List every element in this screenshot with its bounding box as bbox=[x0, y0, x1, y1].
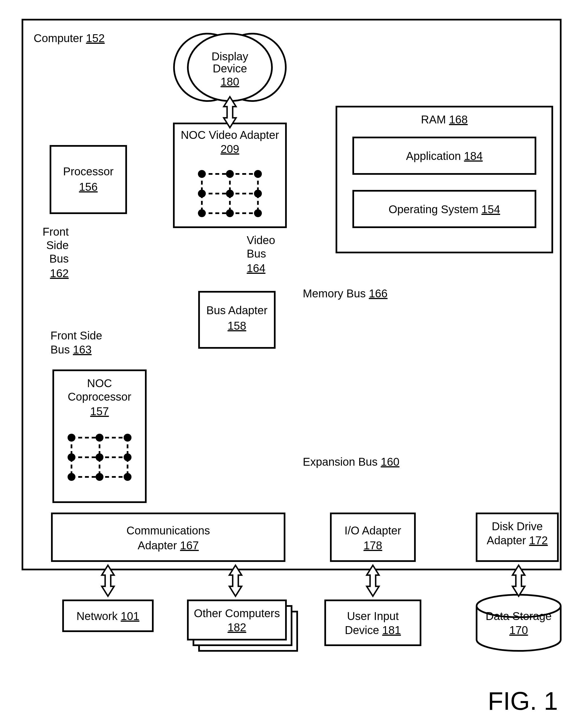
processor bbox=[51, 146, 126, 213]
other-computers bbox=[188, 600, 286, 640]
svg-text:Adapter 172: Adapter 172 bbox=[487, 534, 548, 546]
fsb-ref: 162 bbox=[50, 267, 69, 280]
vbus-l1: Video bbox=[247, 234, 275, 246]
disk-adapter-l2: Adapter bbox=[487, 534, 526, 546]
io-adapter-ref: 178 bbox=[364, 539, 382, 551]
os-ref: 154 bbox=[481, 203, 500, 215]
display-label-2: Device bbox=[213, 62, 247, 75]
computer-ref: 152 bbox=[86, 32, 105, 44]
disk-adapter-l1: Disk Drive bbox=[492, 520, 543, 532]
svg-text:RAM 168: RAM 168 bbox=[421, 113, 468, 126]
comm-adapter-ref: 167 bbox=[180, 539, 199, 551]
ram-box bbox=[336, 107, 552, 253]
disk-adapter-ref: 172 bbox=[529, 534, 548, 546]
user-input-l1: User Input bbox=[347, 610, 399, 622]
fsb2-ref: 163 bbox=[73, 343, 92, 356]
svg-text:Network 101: Network 101 bbox=[77, 610, 140, 622]
application-ref: 184 bbox=[464, 150, 483, 162]
svg-text:Application  184: Application 184 bbox=[406, 150, 483, 162]
fsb-l3: Bus bbox=[49, 253, 69, 265]
fsb2-l2: Bus bbox=[51, 343, 70, 356]
svg-text:Operating System  154: Operating System 154 bbox=[389, 203, 500, 215]
membus-label: Memory Bus bbox=[303, 287, 366, 300]
svg-text:Device  181: Device 181 bbox=[345, 624, 401, 636]
vbus-ref: 164 bbox=[247, 262, 266, 275]
other-comp-label: Other Computers bbox=[194, 607, 280, 619]
data-storage-label: Data Storage bbox=[486, 610, 552, 622]
vbus-l2: Bus bbox=[247, 248, 266, 260]
noc-coproc-ref: 157 bbox=[90, 405, 109, 417]
user-input-l2: Device bbox=[345, 624, 379, 636]
expbus-label: Expansion Bus bbox=[303, 456, 378, 468]
svg-text:Expansion Bus 160: Expansion Bus 160 bbox=[303, 456, 399, 468]
noc-video-label: NOC Video Adapter bbox=[181, 129, 279, 141]
fsb2-l1: Front Side bbox=[51, 329, 102, 342]
user-input-ref: 181 bbox=[382, 624, 401, 636]
expbus-ref: 160 bbox=[381, 456, 399, 468]
io-adapter-label: I/O Adapter bbox=[344, 524, 401, 537]
bus-adapter-ref: 158 bbox=[228, 319, 246, 332]
ram-label: RAM bbox=[421, 113, 446, 126]
network-label: Network bbox=[77, 610, 118, 622]
svg-text:Computer  152: Computer 152 bbox=[34, 32, 105, 44]
figure-label: FIG. 1 bbox=[488, 687, 558, 715]
bus-adapter-label: Bus Adapter bbox=[206, 304, 268, 316]
os-label: Operating System bbox=[389, 203, 478, 215]
fsb-l1: Front bbox=[43, 226, 69, 238]
comm-adapter-l2: Adapter bbox=[138, 539, 177, 551]
noc-coproc-l2: Coprocessor bbox=[68, 391, 132, 403]
application-label: Application bbox=[406, 150, 461, 162]
data-storage bbox=[477, 595, 561, 651]
processor-label: Processor bbox=[63, 165, 114, 178]
noc-coproc-l1: NOC bbox=[87, 377, 112, 389]
processor-ref: 156 bbox=[79, 181, 98, 193]
data-storage-ref: 170 bbox=[509, 624, 528, 636]
display-label-1: Display bbox=[212, 50, 248, 62]
svg-text:Adapter  167: Adapter 167 bbox=[138, 539, 199, 551]
membus-ref: 166 bbox=[369, 287, 388, 300]
ram-ref: 168 bbox=[449, 113, 468, 126]
fsb-l2: Side bbox=[46, 239, 69, 251]
computer-label: Computer bbox=[34, 32, 83, 44]
display-ref: 180 bbox=[221, 75, 240, 88]
svg-text:Memory Bus 166: Memory Bus 166 bbox=[303, 287, 387, 300]
other-comp-ref: 182 bbox=[228, 621, 246, 633]
user-input-device bbox=[325, 600, 420, 645]
io-adapter bbox=[331, 513, 415, 561]
noc-video-ref: 209 bbox=[221, 143, 240, 155]
svg-text:Bus 163: Bus 163 bbox=[51, 343, 92, 356]
comm-adapter-l1: Communications bbox=[127, 524, 210, 537]
communications-adapter bbox=[52, 513, 284, 561]
network-ref: 101 bbox=[121, 610, 140, 622]
